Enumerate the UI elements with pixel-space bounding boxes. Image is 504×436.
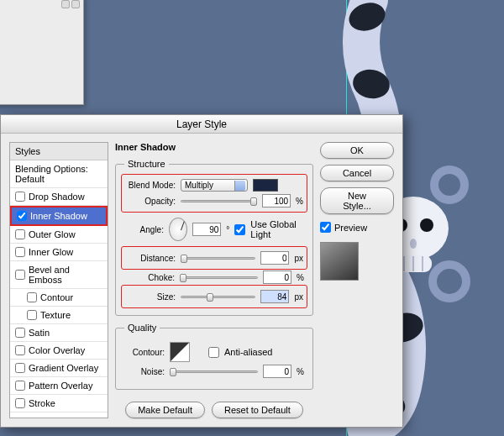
- structure-legend: Structure: [124, 159, 169, 169]
- size-unit: px: [294, 292, 303, 302]
- color-overlay-checkbox[interactable]: [15, 345, 25, 355]
- contour-picker[interactable]: [170, 342, 190, 362]
- noise-input[interactable]: [263, 365, 291, 378]
- preview-label: Preview: [334, 223, 367, 233]
- structure-fieldset: Structure Blend Mode: Multiply Opacity: …: [115, 159, 313, 316]
- choke-slider[interactable]: [180, 271, 258, 283]
- opacity-input[interactable]: [262, 194, 291, 207]
- gradient-overlay-checkbox[interactable]: [15, 363, 25, 373]
- blending-options-row[interactable]: Blending Options: Default: [10, 160, 108, 188]
- style-color-overlay[interactable]: Color Overlay: [10, 342, 108, 360]
- drop-shadow-checkbox[interactable]: [15, 192, 25, 202]
- svg-point-9: [420, 218, 433, 232]
- opacity-label: Opacity:: [125, 197, 176, 206]
- anti-aliased-checkbox[interactable]: [208, 347, 219, 358]
- styles-header[interactable]: Styles: [10, 143, 108, 160]
- svg-point-10: [410, 239, 417, 249]
- pattern-overlay-checkbox[interactable]: [15, 381, 25, 391]
- distance-input[interactable]: [260, 251, 289, 265]
- distance-label: Distance:: [125, 254, 176, 263]
- style-satin[interactable]: Satin: [10, 324, 108, 342]
- angle-input[interactable]: [192, 223, 221, 236]
- style-texture[interactable]: Texture: [10, 307, 108, 324]
- svg-point-15: [433, 265, 466, 298]
- style-inner-shadow[interactable]: Inner Shadow: [10, 206, 108, 226]
- background-palette: [0, 0, 84, 105]
- bevel-emboss-checkbox[interactable]: [15, 270, 25, 280]
- angle-dial[interactable]: [169, 218, 187, 241]
- quality-fieldset: Quality Contour: Anti-aliased Noise: %: [115, 323, 313, 390]
- shadow-color-swatch[interactable]: [253, 179, 278, 192]
- blend-mode-select[interactable]: Multiply: [181, 179, 248, 192]
- global-light-checkbox[interactable]: [234, 224, 245, 235]
- choke-unit: %: [297, 273, 304, 282]
- anti-aliased-label: Anti-aliased: [224, 347, 272, 357]
- distance-unit: px: [294, 254, 303, 263]
- make-default-button[interactable]: Make Default: [125, 402, 205, 418]
- texture-checkbox[interactable]: [27, 310, 37, 320]
- size-input[interactable]: [260, 290, 289, 303]
- choke-input[interactable]: [263, 271, 291, 284]
- svg-point-6: [434, 170, 465, 200]
- contour-label: Contour:: [124, 348, 165, 357]
- ok-button[interactable]: OK: [320, 142, 394, 159]
- inner-shadow-checkbox[interactable]: [17, 211, 27, 221]
- satin-checkbox[interactable]: [15, 328, 25, 338]
- new-style-button[interactable]: New Style...: [320, 187, 394, 214]
- styles-list: Styles Blending Options: Default Drop Sh…: [9, 142, 108, 418]
- style-gradient-overlay[interactable]: Gradient Overlay: [10, 360, 108, 377]
- dialog-title: Layer Style: [1, 115, 402, 134]
- layer-style-dialog: Layer Style Styles Blending Options: Def…: [0, 114, 403, 428]
- noise-label: Noise:: [124, 367, 165, 376]
- quality-legend: Quality: [124, 323, 160, 333]
- angle-label: Angle:: [124, 225, 164, 234]
- style-outer-glow[interactable]: Outer Glow: [10, 226, 108, 244]
- reset-default-button[interactable]: Reset to Default: [212, 402, 303, 418]
- noise-slider[interactable]: [170, 365, 258, 377]
- style-inner-glow[interactable]: Inner Glow: [10, 244, 108, 261]
- style-pattern-overlay[interactable]: Pattern Overlay: [10, 377, 108, 395]
- global-light-label: Use Global Light: [250, 219, 304, 239]
- size-label: Size:: [125, 292, 176, 302]
- angle-unit: °: [226, 225, 229, 234]
- inner-glow-checkbox[interactable]: [15, 247, 25, 257]
- style-bevel-emboss[interactable]: Bevel and Emboss: [10, 261, 108, 289]
- preview-checkbox[interactable]: [320, 222, 331, 233]
- svg-point-0: [345, 0, 389, 35]
- distance-slider[interactable]: [181, 252, 255, 264]
- panel-title: Inner Shadow: [115, 142, 313, 152]
- noise-unit: %: [297, 367, 304, 376]
- choke-label: Choke:: [124, 273, 175, 282]
- stroke-checkbox[interactable]: [15, 398, 25, 408]
- style-drop-shadow[interactable]: Drop Shadow: [10, 188, 108, 206]
- contour-checkbox[interactable]: [27, 292, 37, 302]
- blend-mode-label: Blend Mode:: [125, 181, 176, 190]
- preview-swatch: [320, 242, 359, 281]
- size-slider[interactable]: [181, 291, 255, 302]
- svg-point-1: [350, 66, 391, 101]
- style-stroke[interactable]: Stroke: [10, 395, 108, 412]
- opacity-unit: %: [296, 197, 303, 206]
- outer-glow-checkbox[interactable]: [15, 229, 25, 239]
- cancel-button[interactable]: Cancel: [320, 165, 394, 181]
- style-contour[interactable]: Contour: [10, 289, 108, 307]
- opacity-slider[interactable]: [181, 195, 257, 207]
